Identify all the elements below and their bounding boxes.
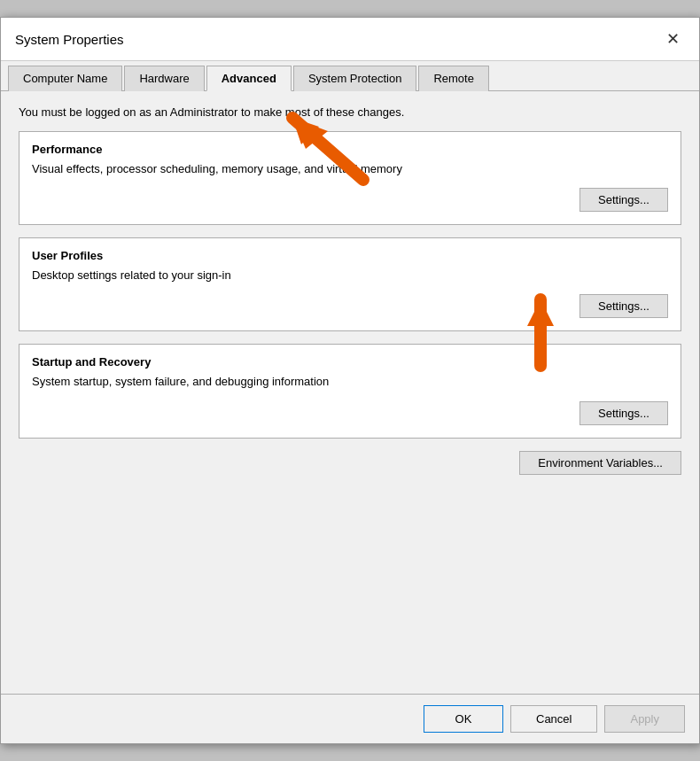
startup-recovery-settings-row: Settings... <box>32 401 668 425</box>
performance-settings-button[interactable]: Settings... <box>579 188 668 212</box>
bottom-bar: OK Cancel Apply <box>1 694 699 743</box>
startup-recovery-section: Startup and Recovery System startup, sys… <box>19 344 681 438</box>
user-profiles-settings-row: Settings... <box>32 294 668 318</box>
startup-recovery-desc: System startup, system failure, and debu… <box>32 374 668 390</box>
tab-remote[interactable]: Remote <box>418 66 489 91</box>
notice-text: You must be logged on as an Administrato… <box>19 105 681 119</box>
user-profiles-section: User Profiles Desktop settings related t… <box>19 237 681 331</box>
tab-system-protection[interactable]: System Protection <box>293 66 417 91</box>
performance-desc: Visual effects, processor scheduling, me… <box>32 161 668 177</box>
tab-bar: Computer Name Hardware Advanced System P… <box>1 61 699 91</box>
startup-recovery-settings-button[interactable]: Settings... <box>579 401 668 425</box>
user-profiles-desc: Desktop settings related to your sign-in <box>32 268 668 283</box>
performance-section: Performance Visual effects, processor sc… <box>19 131 681 225</box>
tab-computer-name[interactable]: Computer Name <box>8 66 122 91</box>
apply-button[interactable]: Apply <box>604 705 685 733</box>
close-button[interactable]: ✕ <box>660 27 685 51</box>
content-area: PLC You must be logged on as an Administ… <box>1 91 699 694</box>
env-vars-row: Environment Variables... <box>19 451 681 475</box>
tab-hardware[interactable]: Hardware <box>124 66 204 91</box>
cancel-button[interactable]: Cancel <box>510 705 597 733</box>
tab-advanced[interactable]: Advanced <box>206 66 292 91</box>
ok-button[interactable]: OK <box>424 705 503 733</box>
performance-title: Performance <box>32 143 668 156</box>
user-profiles-settings-button[interactable]: Settings... <box>579 294 668 318</box>
system-properties-dialog: System Properties ✕ Computer Name Hardwa… <box>0 17 700 744</box>
startup-recovery-title: Startup and Recovery <box>32 355 668 369</box>
title-bar: System Properties ✕ <box>1 18 699 61</box>
window-title: System Properties <box>15 32 124 47</box>
performance-settings-row: Settings... <box>32 188 668 212</box>
user-profiles-title: User Profiles <box>32 249 668 262</box>
environment-variables-button[interactable]: Environment Variables... <box>519 451 681 475</box>
